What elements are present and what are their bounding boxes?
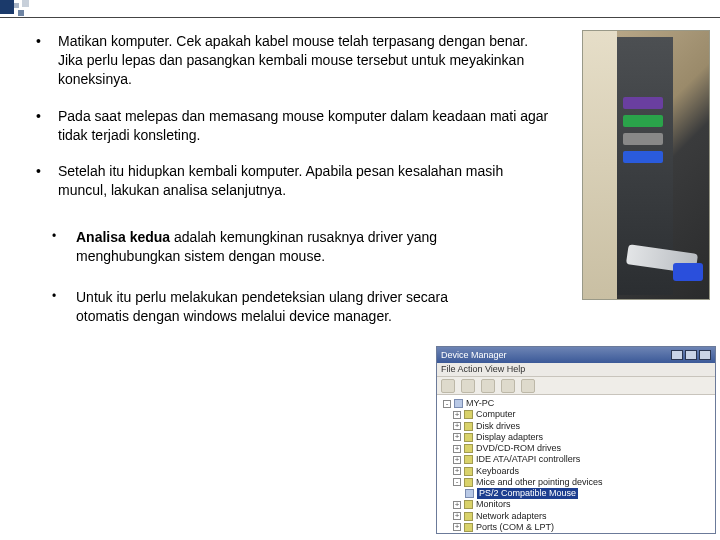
device-icon bbox=[464, 422, 473, 431]
tree-node[interactable]: +Computer bbox=[453, 409, 709, 420]
menu-bar[interactable]: File Action View Help bbox=[437, 363, 715, 377]
tree-root[interactable]: -MY-PC bbox=[443, 398, 709, 409]
decor-square-small bbox=[14, 3, 19, 8]
device-tree: -MY-PC +Computer +Disk drives +Display a… bbox=[437, 395, 715, 533]
device-icon bbox=[464, 444, 473, 453]
tree-label: Keyboards bbox=[476, 466, 519, 477]
bullet-list-primary: Matikan komputer. Cek apakah kabel mouse… bbox=[30, 32, 550, 200]
toolbar-button[interactable] bbox=[481, 379, 495, 393]
expand-icon[interactable]: + bbox=[453, 422, 461, 430]
tree-label: MY-PC bbox=[466, 398, 494, 409]
toolbar-button[interactable] bbox=[461, 379, 475, 393]
tree-leaf-selected[interactable]: PS/2 Compatible Mouse bbox=[465, 488, 709, 499]
pc-ports bbox=[623, 91, 665, 231]
tree-label: Network adapters bbox=[476, 511, 547, 522]
toolbar-button[interactable] bbox=[441, 379, 455, 393]
decor-square-small bbox=[18, 10, 24, 16]
emphasis-text: Analisa kedua bbox=[76, 229, 170, 245]
computer-icon bbox=[454, 399, 463, 408]
vga-port-icon bbox=[623, 151, 663, 163]
tree-label: Ports (COM & LPT) bbox=[476, 522, 554, 533]
device-icon bbox=[464, 410, 473, 419]
tree-node[interactable]: +Display adapters bbox=[453, 432, 709, 443]
tree-node[interactable]: +DVD/CD-ROM drives bbox=[453, 443, 709, 454]
tree-node[interactable]: +IDE ATA/ATAPI controllers bbox=[453, 454, 709, 465]
tree-label: Mice and other pointing devices bbox=[476, 477, 603, 488]
decor-square-small bbox=[22, 0, 29, 7]
list-item: Untuk itu perlu melakukan pendeteksian u… bbox=[48, 288, 488, 326]
tree-node[interactable]: +Network adapters bbox=[453, 511, 709, 522]
device-icon bbox=[464, 500, 473, 509]
expand-icon[interactable]: + bbox=[453, 501, 461, 509]
tree-node[interactable]: +Keyboards bbox=[453, 466, 709, 477]
divider bbox=[0, 17, 720, 18]
tree-label: Computer bbox=[476, 409, 516, 420]
expand-icon[interactable]: + bbox=[453, 523, 461, 531]
mouse-icon bbox=[465, 489, 474, 498]
maximize-icon[interactable] bbox=[685, 350, 697, 360]
tree-label: Monitors bbox=[476, 499, 511, 510]
minimize-icon[interactable] bbox=[671, 350, 683, 360]
collapse-icon[interactable]: - bbox=[443, 400, 451, 408]
device-icon bbox=[464, 467, 473, 476]
ps2-mouse-port-icon bbox=[623, 115, 663, 127]
vga-connector-icon bbox=[673, 263, 703, 281]
list-item: Setelah itu hidupkan kembali komputer. A… bbox=[30, 162, 550, 200]
device-icon bbox=[464, 512, 473, 521]
toolbar bbox=[437, 377, 715, 395]
tree-label-selected: PS/2 Compatible Mouse bbox=[477, 488, 578, 499]
toolbar-button[interactable] bbox=[521, 379, 535, 393]
device-icon bbox=[464, 523, 473, 532]
serial-port-icon bbox=[623, 133, 663, 145]
tree-label: Disk drives bbox=[476, 421, 520, 432]
tree-node[interactable]: -Mice and other pointing devices bbox=[453, 477, 709, 488]
ps2-keyboard-port-icon bbox=[623, 97, 663, 109]
collapse-icon[interactable]: - bbox=[453, 478, 461, 486]
window-titlebar: Device Manager bbox=[437, 347, 715, 363]
expand-icon[interactable]: + bbox=[453, 433, 461, 441]
pc-case-side bbox=[583, 31, 617, 299]
list-item: Pada saat melepas dan memasang mouse kom… bbox=[30, 107, 550, 145]
tree-label: DVD/CD-ROM drives bbox=[476, 443, 561, 454]
expand-icon[interactable]: + bbox=[453, 512, 461, 520]
expand-icon[interactable]: + bbox=[453, 445, 461, 453]
bullet-list-secondary: Analisa kedua adalah kemungkinan rusakny… bbox=[48, 228, 550, 326]
tree-node[interactable]: +Monitors bbox=[453, 499, 709, 510]
tree-label: Display adapters bbox=[476, 432, 543, 443]
list-item: Analisa kedua adalah kemungkinan rusakny… bbox=[48, 228, 488, 266]
device-icon bbox=[464, 433, 473, 442]
expand-icon[interactable]: + bbox=[453, 456, 461, 464]
device-manager-window: Device Manager File Action View Help -MY… bbox=[436, 346, 716, 534]
expand-icon[interactable]: + bbox=[453, 411, 461, 419]
tree-node[interactable]: +Disk drives bbox=[453, 421, 709, 432]
expand-icon[interactable]: + bbox=[453, 467, 461, 475]
toolbar-button[interactable] bbox=[501, 379, 515, 393]
device-icon bbox=[464, 455, 473, 464]
window-title: Device Manager bbox=[441, 350, 507, 360]
list-item: Matikan komputer. Cek apakah kabel mouse… bbox=[30, 32, 550, 89]
decor-square-large bbox=[0, 0, 14, 14]
mouse-category-icon bbox=[464, 478, 473, 487]
slide-content: Matikan komputer. Cek apakah kabel mouse… bbox=[30, 32, 550, 348]
window-controls bbox=[671, 350, 711, 360]
close-icon[interactable] bbox=[699, 350, 711, 360]
slide-decor bbox=[0, 0, 120, 24]
image-pc-back-panel bbox=[582, 30, 710, 300]
tree-node[interactable]: +Ports (COM & LPT) bbox=[453, 522, 709, 533]
tree-label: IDE ATA/ATAPI controllers bbox=[476, 454, 580, 465]
